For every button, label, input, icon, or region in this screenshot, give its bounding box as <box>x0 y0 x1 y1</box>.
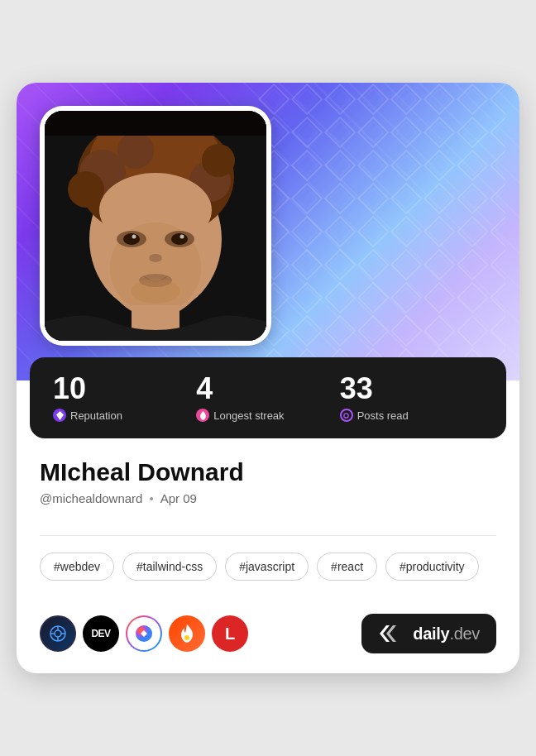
avatar-wrapper <box>40 106 271 346</box>
source-badge-flame[interactable] <box>169 615 205 652</box>
source-badge-hashnode[interactable] <box>126 615 162 652</box>
devto-label: DEV <box>91 628 110 639</box>
source-badge-letter[interactable]: L <box>212 615 248 652</box>
username-row: @michealdownard • Apr 09 <box>40 491 496 505</box>
posts-icon <box>340 409 353 422</box>
streak-label-text: Longest streak <box>213 409 284 422</box>
svg-point-20 <box>149 254 162 262</box>
streak-label: Longest streak <box>196 409 339 422</box>
display-name: MIcheal Downard <box>40 458 496 486</box>
reputation-label-text: Reputation <box>70 409 122 422</box>
streak-icon <box>196 409 209 422</box>
profile-banner <box>17 83 519 380</box>
svg-point-19 <box>180 235 184 239</box>
daily-dev-chevron-icon <box>378 622 404 645</box>
divider <box>40 535 496 536</box>
svg-point-34 <box>184 635 189 640</box>
svg-point-10 <box>117 132 154 169</box>
dot-separator: • <box>149 491 153 505</box>
svg-point-26 <box>344 413 348 417</box>
stat-posts: 33 Posts read <box>340 374 483 422</box>
posts-value: 33 <box>340 374 483 404</box>
source-badge-devto[interactable]: DEV <box>83 615 119 652</box>
reputation-value: 10 <box>53 374 196 404</box>
svg-rect-0 <box>257 83 505 380</box>
card-footer: DEV <box>17 600 519 673</box>
source-badge-crosshair[interactable] <box>40 615 76 652</box>
tag-react[interactable]: #react <box>317 553 377 581</box>
posts-label-text: Posts read <box>357 409 409 422</box>
daily-word: daily <box>413 624 449 643</box>
svg-point-18 <box>132 235 136 239</box>
svg-point-22 <box>131 279 180 304</box>
profile-info: MIcheal Downard @michealdownard • Apr 09 <box>17 438 519 535</box>
svg-marker-25 <box>56 411 64 420</box>
profile-photo <box>45 111 266 341</box>
reputation-label: Reputation <box>53 409 196 422</box>
tag-javascript[interactable]: #javascript <box>225 553 309 581</box>
avatar <box>45 111 266 341</box>
svg-point-8 <box>202 144 235 177</box>
banner-pattern <box>243 83 519 380</box>
svg-point-6 <box>68 171 104 208</box>
daily-dev-wordmark: daily.dev <box>413 624 480 644</box>
letter-label: L <box>225 624 235 644</box>
stat-streak: 4 Longest streak <box>196 374 339 422</box>
username: @michealdownard <box>40 491 142 505</box>
dev-word: .dev <box>449 624 480 643</box>
daily-dev-logo: daily.dev <box>361 614 496 653</box>
tags-section: #webdev #tailwind-css #javascript #react… <box>17 553 519 600</box>
join-date: Apr 09 <box>160 491 197 505</box>
reputation-icon <box>53 409 66 422</box>
tag-tailwind[interactable]: #tailwind-css <box>122 553 217 581</box>
posts-label: Posts read <box>340 409 483 422</box>
stats-bar: 10 Reputation 4 Longest streak <box>30 357 506 438</box>
stat-reputation: 10 Reputation <box>53 374 196 422</box>
svg-point-17 <box>171 233 188 245</box>
streak-value: 4 <box>196 374 339 404</box>
tag-productivity[interactable]: #productivity <box>385 553 479 581</box>
svg-point-16 <box>123 233 140 245</box>
tag-webdev[interactable]: #webdev <box>40 553 114 581</box>
svg-rect-24 <box>45 111 266 136</box>
svg-point-28 <box>55 630 61 637</box>
profile-card: 10 Reputation 4 Longest streak <box>17 83 519 673</box>
source-icons: DEV <box>40 615 248 652</box>
